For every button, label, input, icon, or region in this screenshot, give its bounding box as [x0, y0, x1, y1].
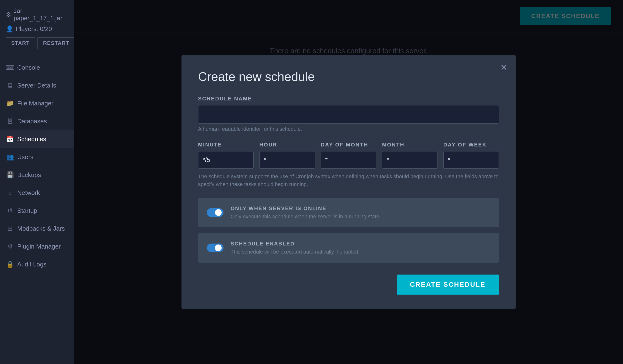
toggle-enabled-title: SCHEDULE ENABLED [231, 241, 360, 247]
day-of-month-label: DAY OF MONTH [321, 142, 376, 148]
sidebar-item-schedules[interactable]: 📅 Schedules [0, 130, 74, 148]
server-jar: ⚙ Jar: paper_1_17_1.jar [6, 7, 68, 22]
month-input[interactable] [382, 151, 438, 169]
toggle-enabled-switch[interactable] [207, 243, 223, 252]
server-info: ⚙ Jar: paper_1_17_1.jar 👤 Players: 0/20 … [0, 0, 74, 54]
minute-input[interactable] [198, 151, 254, 169]
main-content: CREATE SCHEDULE There are no schedules c… [74, 0, 623, 364]
audit-icon: 🔒 [7, 261, 13, 268]
restart-button[interactable]: RESTART [38, 38, 75, 49]
day-of-week-label: DAY OF WEEK [444, 142, 499, 148]
cron-field-month: MONTH [382, 142, 438, 169]
sidebar-item-databases[interactable]: 🗄 Databases [0, 112, 74, 130]
month-label: MONTH [382, 142, 438, 148]
schedule-name-label: SCHEDULE NAME [198, 96, 499, 102]
console-icon: ⌨ [7, 64, 13, 71]
modal-footer: CREATE SCHEDULE [198, 275, 499, 295]
sidebar-item-file-manager[interactable]: 📁 File Manager [0, 95, 74, 112]
create-schedule-modal-button[interactable]: CREATE SCHEDULE [397, 275, 499, 295]
sidebar: ⚙ Jar: paper_1_17_1.jar 👤 Players: 0/20 … [0, 0, 74, 364]
cron-section: MINUTE HOUR DAY OF MONTH MONTH [198, 142, 499, 188]
cron-field-minute: MINUTE [198, 142, 254, 169]
toggle-online-section: ONLY WHEN SERVER IS ONLINE Only execute … [198, 198, 499, 227]
close-modal-button[interactable]: × [501, 62, 507, 73]
sidebar-item-modpacks[interactable]: ⊞ Modpacks & Jars [0, 220, 74, 238]
sidebar-nav: ⌨ Console 🖥 Server Details 📁 File Manage… [0, 54, 74, 364]
gear-icon: ⚙ [6, 11, 11, 18]
create-schedule-modal: × Create new schedule SCHEDULE NAME A hu… [181, 55, 516, 309]
calendar-icon: 📅 [7, 136, 13, 143]
sidebar-item-server-details[interactable]: 🖥 Server Details [0, 77, 74, 95]
sidebar-item-audit-logs[interactable]: 🔒 Audit Logs [0, 256, 74, 273]
sidebar-item-startup[interactable]: ↺ Startup [0, 202, 74, 220]
server-icon: 🖥 [7, 82, 13, 89]
toggle-enabled-info: SCHEDULE ENABLED This schedule will be e… [231, 241, 360, 255]
minute-label: MINUTE [198, 142, 254, 148]
users-icon: 👥 [7, 154, 13, 161]
modal-overlay: × Create new schedule SCHEDULE NAME A hu… [74, 0, 623, 364]
cron-field-day-of-month: DAY OF MONTH [321, 142, 376, 169]
person-icon: 👤 [6, 25, 13, 33]
toggle-enabled-section: SCHEDULE ENABLED This schedule will be e… [198, 233, 499, 263]
toggle-online-slider [207, 208, 223, 217]
toggle-online-switch[interactable] [207, 208, 223, 217]
network-icon: ↕ [7, 190, 13, 196]
toggle-enabled-slider [207, 243, 223, 252]
sidebar-item-plugin-manager[interactable]: ⚙ Plugin Manager [0, 238, 74, 256]
cron-hint: The schedule system supports the use of … [198, 172, 499, 188]
cron-field-hour: HOUR [259, 142, 315, 169]
sidebar-item-console[interactable]: ⌨ Console [0, 59, 74, 77]
cron-field-day-of-week: DAY OF WEEK [444, 142, 499, 169]
start-button[interactable]: START [6, 38, 35, 49]
sidebar-item-network[interactable]: ↕ Network [0, 184, 74, 202]
toggle-online-desc: Only execute this schedule when the serv… [231, 214, 381, 220]
folder-icon: 📁 [7, 100, 13, 107]
toggle-online-info: ONLY WHEN SERVER IS ONLINE Only execute … [231, 205, 381, 220]
schedule-name-hint: A human readable identifer for this sche… [198, 126, 499, 132]
hour-label: HOUR [259, 142, 315, 148]
day-of-month-input[interactable] [321, 151, 376, 169]
hour-input[interactable] [259, 151, 315, 169]
schedule-name-section: SCHEDULE NAME A human readable identifer… [198, 96, 499, 132]
cron-fields-row: MINUTE HOUR DAY OF MONTH MONTH [198, 142, 499, 169]
modal-title: Create new schedule [198, 69, 499, 84]
sidebar-item-users[interactable]: 👥 Users [0, 148, 74, 166]
server-controls: START RESTART STOP [6, 38, 68, 49]
startup-icon: ↺ [7, 207, 13, 214]
plugin-icon: ⚙ [7, 243, 13, 250]
modpacks-icon: ⊞ [7, 225, 13, 232]
database-icon: 🗄 [7, 118, 13, 125]
schedule-name-input[interactable] [198, 105, 499, 123]
server-players: 👤 Players: 0/20 [6, 25, 68, 33]
day-of-week-input[interactable] [444, 151, 499, 169]
toggle-enabled-desc: This schedule will be executed automatic… [231, 249, 360, 255]
backup-icon: 💾 [7, 172, 13, 179]
sidebar-item-backups[interactable]: 💾 Backups [0, 166, 74, 184]
toggle-online-title: ONLY WHEN SERVER IS ONLINE [231, 205, 381, 212]
